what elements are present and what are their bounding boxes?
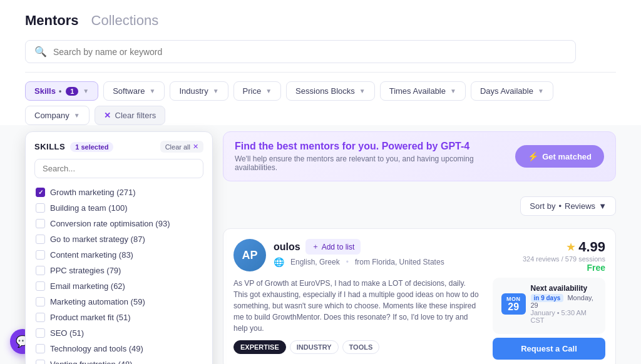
skill-label: PPC strategies (79) [50, 266, 121, 275]
skill-item[interactable]: Marketing automation (59) [34, 294, 203, 310]
clear-all-x-icon: ✕ [193, 143, 198, 151]
skill-label: Conversion rate optimisation (93) [50, 219, 170, 228]
skill-item[interactable]: SEO (51) [34, 325, 203, 341]
add-to-list-label: Add to list [322, 243, 355, 251]
industry-label: Industry [179, 86, 208, 96]
skills-chevron-icon: ▼ [83, 88, 89, 94]
times-available-chevron-icon: ▼ [450, 88, 456, 94]
get-matched-button[interactable]: ⚡ Get matched [515, 145, 604, 168]
sessions-blocks-filter-button[interactable]: Sessions Blocks ▼ [286, 81, 375, 101]
skill-label: Marketing automation (59) [50, 297, 145, 306]
tab-collections[interactable]: Collections [91, 13, 159, 29]
skill-label: Venting frustration (48) [50, 360, 133, 364]
skill-item[interactable]: Go to market strategy (87) [34, 231, 203, 247]
skill-checkbox [36, 266, 45, 275]
gpt-banner-text: Find the best mentors for you. Powered b… [235, 141, 515, 172]
clear-all-label: Clear all [165, 143, 190, 151]
cal-day-num: 29 [506, 302, 521, 312]
next-avail-time: January • 5:30 AM CST [531, 309, 597, 324]
software-filter-button[interactable]: Software ▼ [103, 81, 165, 101]
days-available-label: Days Available [480, 86, 533, 96]
next-availability-card: MON 29 Next availability in 9 days Monda… [493, 278, 605, 334]
gpt-banner-subtitle: We'll help ensure the mentors are releva… [235, 154, 515, 172]
days-available-filter-button[interactable]: Days Available ▼ [471, 81, 553, 101]
sort-value: Reviews [565, 201, 595, 211]
skill-checkbox [36, 328, 45, 338]
mentor-tag[interactable]: TOOLS [342, 340, 380, 354]
skills-list: Growth marketing (271)Building a team (1… [34, 185, 203, 364]
skill-label: Content marketing (83) [50, 250, 133, 260]
mentor-free-badge: Free [587, 263, 605, 273]
times-available-label: Times Available [389, 86, 446, 96]
times-available-filter-button[interactable]: Times Available ▼ [380, 81, 466, 101]
skill-item[interactable]: PPC strategies (79) [34, 263, 203, 278]
price-label: Price [243, 86, 262, 96]
sort-separator: • [558, 201, 562, 211]
skill-label: Technology and tools (49) [50, 344, 143, 353]
mentor-bio: As VP of Growth at EuroVPS, I had to mak… [233, 278, 479, 334]
star-icon: ★ [566, 240, 576, 254]
clear-x-icon: ✕ [104, 111, 111, 120]
mentor-card: AP oulos ＋ Add to list 🌐 [223, 228, 616, 364]
skills-count-badge: 1 [66, 87, 78, 96]
company-label: Company [34, 111, 69, 120]
filter-bar: Skills • 1 ▼ Software ▼ Industry ▼ Price… [0, 81, 641, 101]
sort-chevron-icon: ▼ [598, 201, 607, 211]
sort-bar: Sort by • Reviews ▼ [223, 196, 616, 216]
skill-item[interactable]: Email marketing (62) [34, 278, 203, 294]
sort-button[interactable]: Sort by • Reviews ▼ [520, 196, 616, 216]
flag-icon: 🌐 [274, 257, 284, 267]
days-available-chevron-icon: ▼ [538, 88, 544, 94]
software-chevron-icon: ▼ [150, 88, 156, 94]
skill-item[interactable]: Venting frustration (48) [34, 356, 203, 364]
gpt-banner: Find the best mentors for you. Powered b… [223, 131, 616, 181]
add-to-list-button[interactable]: ＋ Add to list [305, 239, 361, 255]
mentor-location: from Florida, United States [355, 258, 444, 266]
skill-item[interactable]: Product market fit (51) [34, 310, 203, 325]
gpt-banner-title: Find the best mentors for you. Powered b… [235, 141, 515, 152]
skill-checkbox [36, 344, 45, 353]
skill-item[interactable]: Technology and tools (49) [34, 341, 203, 356]
skill-label: Product market fit (51) [50, 313, 131, 322]
skill-checkbox [36, 235, 45, 244]
filter-second-row: Company ▼ ✕ Clear filters [0, 101, 641, 125]
skill-item[interactable]: Conversion rate optimisation (93) [34, 216, 203, 231]
mentor-reviews-info: 324 reviews / 579 sessions [523, 255, 605, 263]
skill-item[interactable]: Content marketing (83) [34, 247, 203, 263]
sessions-blocks-label: Sessions Blocks [295, 86, 355, 96]
skills-dropdown: SKILLS 1 selected Clear all ✕ Growth mar… [25, 131, 213, 364]
search-input[interactable] [53, 47, 567, 57]
company-filter-button[interactable]: Company ▼ [25, 106, 90, 125]
next-avail-title: Next availability [531, 284, 597, 293]
calendar-date: MON 29 [501, 293, 526, 315]
company-chevron-icon: ▼ [74, 112, 80, 119]
skill-label: Email marketing (62) [50, 281, 125, 291]
skill-checkbox [36, 313, 45, 322]
skills-search-input[interactable] [34, 159, 203, 178]
clear-filters-button[interactable]: ✕ Clear filters [95, 106, 166, 125]
skills-filter-button[interactable]: Skills • 1 ▼ [25, 81, 98, 101]
mentor-tag[interactable]: INDUSTRY [290, 340, 339, 354]
add-icon: ＋ [312, 241, 319, 252]
skill-label: SEO (51) [50, 328, 84, 338]
skill-item[interactable]: Growth marketing (271) [34, 185, 203, 200]
skill-item[interactable]: Building a team (100) [34, 200, 203, 216]
skill-label: Growth marketing (271) [50, 188, 136, 197]
skill-label: Building a team (100) [50, 203, 128, 213]
price-filter-button[interactable]: Price ▼ [233, 81, 282, 101]
skill-checkbox [36, 219, 45, 228]
mentor-tag-row: EXPERTISEINDUSTRYTOOLS [233, 340, 479, 354]
industry-filter-button[interactable]: Industry ▼ [170, 81, 228, 101]
clear-all-button[interactable]: Clear all ✕ [160, 141, 203, 153]
skill-checkbox [36, 297, 45, 306]
mentor-languages: English, Greek [290, 258, 340, 266]
skill-checkbox [36, 281, 45, 291]
tab-mentors[interactable]: Mentors [25, 13, 79, 29]
price-chevron-icon: ▼ [265, 88, 272, 94]
request-call-button[interactable]: Request a Call [493, 338, 605, 360]
skills-label: Skills [34, 86, 56, 96]
mentor-tag[interactable]: EXPERTISE [233, 340, 286, 354]
get-matched-label: Get matched [542, 152, 592, 161]
skills-dropdown-header: SKILLS 1 selected Clear all ✕ [34, 141, 203, 153]
mentor-name-row: oulos ＋ Add to list [274, 239, 515, 255]
